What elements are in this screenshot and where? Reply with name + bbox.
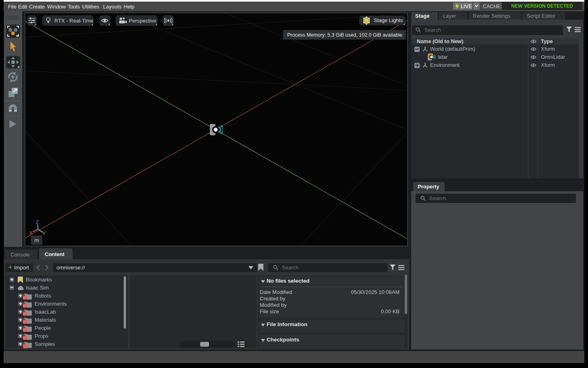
svg-text:X: X [29,230,33,236]
svg-text:Z: Z [36,219,39,225]
svg-text:Y: Y [42,230,46,236]
